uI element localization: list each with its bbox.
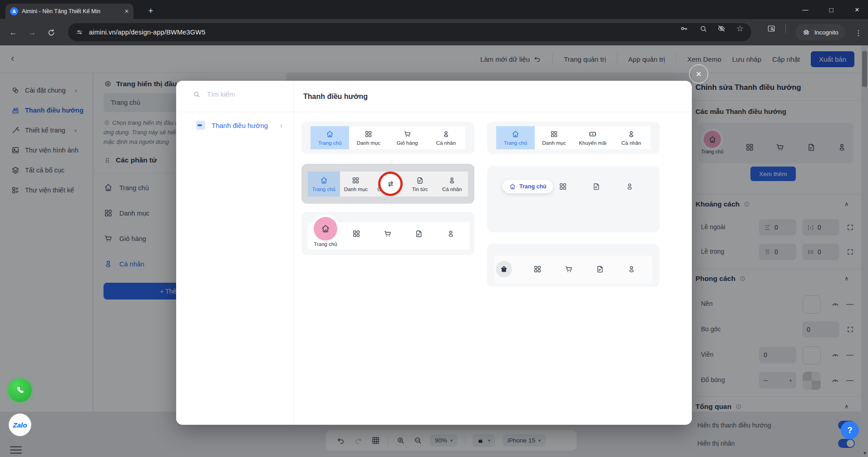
search-icon [192, 90, 201, 98]
tab-close-icon[interactable]: ✕ [124, 8, 129, 15]
document-icon[interactable] [414, 229, 424, 238]
window-maximize-button[interactable]: □ [821, 0, 842, 19]
help-button[interactable]: ? [841, 421, 859, 439]
person-icon [442, 130, 450, 138]
pill-nav-item-home[interactable]: Trang chủ [503, 180, 553, 193]
cart-icon[interactable] [564, 265, 573, 274]
template-nav-item-home[interactable]: Trang chủ [308, 172, 340, 197]
phone-icon [15, 385, 25, 396]
template-card-3-selected[interactable]: Trang chủ Danh mục Giỏ hàng Tin tức Cá n… [301, 164, 474, 204]
search-input[interactable] [206, 90, 281, 98]
favicon-aimini: A [10, 7, 18, 15]
person-icon [448, 176, 456, 185]
template-nav-item-profile[interactable]: Cá nhân [436, 172, 468, 197]
app-window: A Aimini - Nền Tảng Thiết Kế Min ✕ + — □… [0, 0, 868, 457]
nav-item-label: Khuyến mãi [579, 140, 607, 146]
password-key-icon[interactable] [679, 24, 689, 34]
nav-item-label: Trang chủ [309, 241, 342, 247]
incognito-label: Incognito [814, 29, 838, 36]
template-nav-item-promotions[interactable]: Khuyến mãi [573, 126, 612, 149]
site-settings-icon[interactable] [75, 28, 84, 36]
browser-menu-icon[interactable]: ⋮ [853, 27, 864, 39]
home-icon [320, 176, 328, 185]
preview-hidden-icon[interactable] [716, 24, 726, 34]
template-nav-item-cart[interactable]: Giỏ hàng [388, 126, 427, 149]
home-icon [326, 130, 334, 138]
toolbar-divider [785, 24, 786, 33]
nav-item-label: Giỏ hàng [397, 140, 418, 146]
grid-icon [351, 176, 360, 185]
side-panel-icon[interactable] [766, 24, 776, 34]
swap-icon [385, 179, 396, 189]
template-nav-item-profile[interactable]: Cá nhân [612, 126, 651, 149]
coupon-icon [588, 130, 597, 138]
grid-icon [550, 130, 558, 138]
hamburger-menu-icon[interactable] [10, 446, 22, 456]
template-nav-item-categories[interactable]: Danh mục [349, 126, 388, 149]
url-text[interactable]: aimini.vn/app/design-app/BWMe3GW5 [89, 29, 205, 36]
tab-title: Aimini - Nền Tảng Thiết Kế Min [22, 8, 121, 15]
browser-forward-icon[interactable]: → [26, 27, 38, 39]
divider [176, 112, 692, 112]
zalo-button[interactable]: Zalo [9, 413, 31, 436]
person-icon[interactable] [627, 265, 636, 274]
document-icon[interactable] [596, 265, 605, 274]
template-card-4[interactable]: Trang chủ [487, 166, 660, 232]
nav-item-label: Trang chủ [504, 140, 527, 146]
nav-item-label: Danh mục [357, 140, 380, 146]
tree-item-navigation-bar[interactable]: Thanh điều hướng › [196, 121, 282, 130]
template-nav-item-profile[interactable]: Cá nhân [427, 126, 465, 149]
browser-tab-strip: A Aimini - Nền Tảng Thiết Kế Min ✕ + — □… [0, 0, 868, 19]
browser-tab[interactable]: A Aimini - Nền Tảng Thiết Kế Min ✕ [5, 4, 133, 19]
grid-icon[interactable] [558, 182, 567, 191]
modal-search[interactable] [192, 90, 281, 98]
divider [293, 81, 294, 425]
browser-toolbar: ← → aimini.vn/app/design-app/BWMe3GW5 ☆ … [0, 19, 868, 45]
home-icon [509, 183, 516, 190]
navbar-chip-icon [196, 121, 205, 130]
template-card-6[interactable] [487, 244, 660, 287]
nav-item-label: Cá nhân [621, 140, 641, 146]
nav-item-label: Trang chủ [312, 187, 335, 192]
nav-item-label: Trang chủ [519, 183, 547, 190]
grid-icon [364, 130, 373, 138]
cart-icon [403, 130, 412, 138]
template-nav-item-categories[interactable]: Danh mục [535, 126, 573, 149]
template-nav-item-news[interactable]: Tin tức [404, 172, 436, 197]
browser-reload-icon[interactable] [45, 27, 57, 39]
nav-item-label: Danh mục [344, 187, 368, 192]
new-tab-button[interactable]: + [144, 5, 157, 17]
document-icon [416, 176, 424, 185]
person-icon[interactable] [446, 229, 455, 238]
template-nav-item-home[interactable]: Trang chủ [496, 126, 535, 149]
nav-item-label: Cá nhân [442, 187, 462, 192]
grid-icon[interactable] [352, 229, 361, 238]
nav-item-label: Tin tức [412, 187, 428, 192]
call-button[interactable] [8, 378, 32, 402]
swap-highlight-circle[interactable] [378, 172, 403, 196]
nav-item-label: Trang chủ [318, 140, 341, 146]
template-card-2[interactable]: Trang chủ Danh mục Khuyến mãi Cá nhân [487, 122, 660, 154]
modal-close-button[interactable]: ✕ [689, 64, 708, 84]
home-icon[interactable] [496, 261, 512, 277]
cart-icon[interactable] [383, 229, 392, 238]
window-minimize-button[interactable]: — [795, 0, 816, 19]
window-close-button[interactable]: ✕ [847, 0, 868, 19]
zoom-page-icon[interactable] [698, 24, 708, 34]
document-icon[interactable] [592, 182, 601, 191]
modal-title: Thanh điều hướng [303, 93, 368, 101]
bookmark-star-icon[interactable]: ☆ [735, 24, 745, 34]
browser-back-icon[interactable]: ← [7, 27, 19, 39]
template-nav-item-home[interactable]: Trang chủ [311, 126, 349, 149]
template-card-1[interactable]: Trang chủ Danh mục Giỏ hàng Cá nhân [301, 122, 474, 154]
navbar-templates-modal: Thanh điều hướng › Thanh điều hướng Tran… [176, 81, 692, 425]
nav-item-label: Danh mục [542, 140, 566, 146]
person-icon [627, 130, 636, 138]
nav-item-label: Cá nhân [436, 140, 456, 146]
incognito-icon [802, 28, 811, 37]
grid-icon[interactable] [533, 265, 542, 274]
address-bar[interactable]: aimini.vn/app/design-app/BWMe3GW5 [68, 23, 751, 41]
template-nav-item-categories[interactable]: Danh mục [340, 172, 372, 197]
template-card-5[interactable]: Trang chủ [301, 212, 474, 255]
person-icon[interactable] [625, 182, 634, 191]
